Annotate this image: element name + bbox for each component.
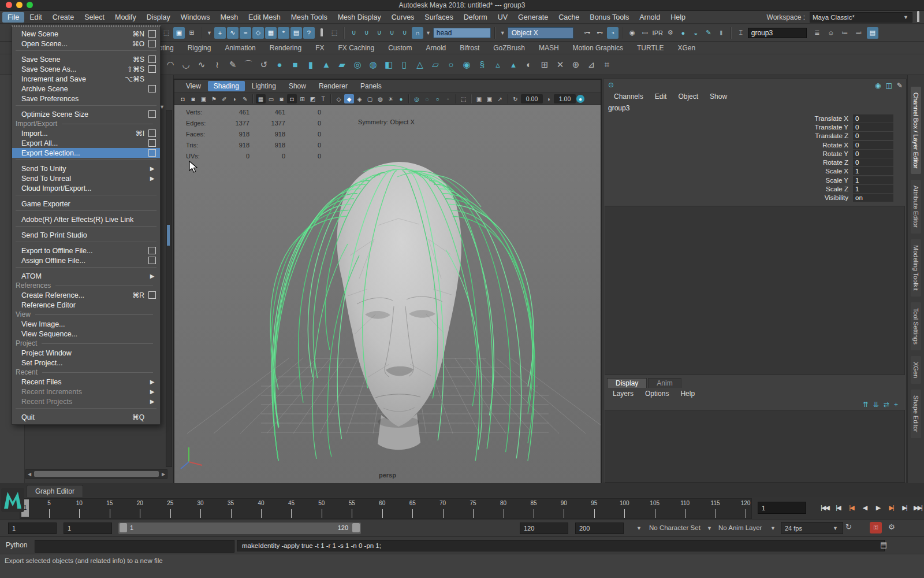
make-live-icon[interactable]: ∩ — [412, 27, 423, 39]
hypershade-icon[interactable]: ● — [677, 27, 689, 39]
attribute-label[interactable]: Rotate Y — [822, 150, 848, 157]
curve-circle-icon[interactable]: ◠ — [163, 57, 178, 72]
step-forward-key-button[interactable]: ▶| — [885, 501, 897, 514]
file-menu-item[interactable]: Recent Files ▶ — [12, 377, 160, 387]
viewport-menu-item[interactable]: Lighting — [246, 81, 282, 91]
menu-bar-item[interactable]: Mesh Tools — [286, 12, 333, 23]
gamma-field[interactable]: 1.00 — [554, 94, 576, 103]
file-menu-item[interactable]: ▶ — [12, 242, 160, 246]
divider[interactable] — [455, 94, 456, 103]
empty-layer-icon[interactable]: ⇄ — [884, 401, 889, 409]
nurbs-torus-icon[interactable]: ◎ — [350, 57, 365, 72]
paint-effects-icon[interactable]: ✎ — [703, 27, 714, 39]
menu-bar-item[interactable]: Mesh — [215, 12, 244, 23]
shelf-tab[interactable]: Rigging — [182, 43, 217, 53]
dock-tab[interactable]: Shape Editor — [911, 390, 921, 438]
file-menu-item[interactable]: Project Window ▶ — [12, 348, 160, 358]
poly-sphere-icon[interactable]: ◍ — [366, 57, 381, 72]
file-menu-item[interactable]: ▶ — [12, 210, 160, 214]
render-current-frame-icon[interactable]: ▭ — [639, 27, 651, 39]
render-settings-icon[interactable]: ⚙ — [665, 27, 676, 39]
new-layer-icon[interactable]: + — [894, 401, 898, 409]
graph-editor-tab[interactable]: Graph Editor — [27, 485, 83, 497]
poly-torus-icon[interactable]: ○ — [444, 57, 459, 72]
file-menu-item[interactable]: Create Reference... ⌘R ▶ — [12, 290, 160, 300]
file-menu-item[interactable]: Send To Print Studio ▶ — [12, 230, 160, 240]
menu-bar-item[interactable]: Deform — [459, 12, 493, 23]
divider[interactable] — [330, 94, 331, 103]
poly-pyramid-icon[interactable]: ▴ — [506, 57, 521, 72]
divider[interactable] — [507, 94, 508, 103]
file-menu-item[interactable]: Cloud Import/Export... ▶ — [12, 183, 160, 193]
scroll-left-icon[interactable]: ◀ — [26, 472, 33, 477]
menu-bar-item[interactable]: Surfaces — [419, 12, 458, 23]
snap-projected-center-icon[interactable]: ∪ — [386, 27, 398, 39]
file-menu-item[interactable]: ▶ — [12, 226, 160, 230]
animation-start-field[interactable]: 1 — [64, 523, 112, 534]
auto-keyframe-button[interactable]: ⚿ — [870, 522, 882, 533]
option-box[interactable] — [148, 291, 156, 299]
shelf-tab[interactable]: FX — [310, 43, 330, 53]
attribute-label[interactable]: Visibility — [825, 194, 848, 201]
bridge-icon[interactable]: ⌗ — [599, 57, 614, 72]
attribute-label[interactable]: Translate Y — [815, 124, 848, 131]
file-menu-item[interactable]: References ▶ — [12, 281, 160, 290]
bookmark-icon[interactable]: ⚑ — [209, 94, 219, 103]
attribute-value-field[interactable]: 0 — [853, 141, 893, 149]
menu-bar-item[interactable]: UV — [493, 12, 513, 23]
flat-shade-icon[interactable]: ◈ — [355, 94, 364, 103]
step-back-key-button[interactable]: |◀ — [845, 501, 857, 514]
pause-icon[interactable]: ‖ — [716, 27, 727, 39]
wireframe-icon[interactable]: ◇ — [334, 94, 344, 103]
file-menu-item[interactable]: ▶ — [12, 160, 160, 164]
resolution-gate-icon[interactable]: ◙ — [277, 94, 286, 103]
horizontal-scrollbar[interactable]: ◀ ▶ — [25, 469, 167, 479]
paste-view-icon[interactable]: ▣ — [485, 94, 494, 103]
shelf-tab[interactable]: Animation — [219, 43, 261, 53]
viewport-menu-item[interactable]: Renderer — [313, 81, 353, 91]
file-menu-item[interactable]: Send To Unreal ▶ — [12, 173, 160, 183]
shelf-tab[interactable]: MASH — [533, 43, 565, 53]
safe-action-icon[interactable]: ◩ — [308, 94, 318, 103]
attribute-label[interactable]: Rotate X — [822, 142, 848, 149]
dock-tab[interactable]: Attribute Editor — [911, 180, 921, 234]
range-end-handle[interactable] — [352, 523, 360, 532]
lattice-icon[interactable]: ◇ — [252, 27, 264, 39]
chevron-down-icon[interactable]: ▼ — [426, 30, 431, 36]
dock-tab[interactable]: Channel Box / Layer Editor — [911, 87, 921, 174]
sidebar-layers-icon[interactable]: ▤ — [867, 27, 878, 39]
layer-editor-menu-item[interactable]: Help — [676, 389, 699, 398]
shelf-tab[interactable]: Arnold — [420, 43, 452, 53]
render-setup-icon[interactable]: ◒ — [690, 27, 702, 39]
menu-bar-item[interactable]: Display — [141, 12, 176, 23]
viewport2-icon[interactable]: ● — [576, 95, 584, 103]
file-menu-item[interactable]: ▶ — [12, 408, 160, 412]
option-box[interactable] — [148, 85, 156, 92]
menu-bar-item[interactable]: Edit Mesh — [243, 12, 286, 23]
textured-icon[interactable]: ◍ — [375, 94, 385, 103]
menu-bar-item[interactable]: Edit — [24, 12, 47, 23]
file-menu-item[interactable]: Quit ⌘Q ▶ — [12, 412, 160, 422]
layer-editor-menu-item[interactable]: Options — [640, 389, 673, 398]
shelf-tab[interactable]: Rendering — [264, 43, 307, 53]
shelf-tab[interactable]: Motion Graphics — [567, 43, 629, 53]
step-forward-frame-button[interactable]: ▶| — [899, 501, 910, 514]
menu-bar-item[interactable]: Select — [79, 12, 110, 23]
channel-box-menu-item[interactable]: Channels — [609, 92, 648, 101]
option-box[interactable] — [148, 247, 156, 254]
exposure-icon[interactable]: ↻ — [511, 94, 520, 103]
attribute-label[interactable]: Scale Y — [826, 177, 848, 184]
file-menu-item[interactable]: Reference Editor ▶ — [12, 300, 160, 310]
camera-select-icon[interactable]: ◘ — [178, 94, 188, 103]
file-menu-item[interactable]: Export Selection... ▶ — [12, 148, 160, 158]
time-slider[interactable]: 1 51015202530354045505560657075808590951… — [0, 497, 924, 519]
target-weld-icon[interactable]: ⊕ — [568, 57, 583, 72]
file-menu-item[interactable]: Export All... ▶ — [12, 138, 160, 148]
attribute-label[interactable]: Translate X — [815, 115, 848, 122]
bevel-icon[interactable]: ⊿ — [584, 57, 599, 72]
divider[interactable] — [408, 94, 409, 103]
shelf-tab[interactable]: Bifrost — [454, 43, 485, 53]
edit-graph-icon[interactable]: ✎ — [897, 81, 903, 90]
playback-start-field[interactable]: 1 — [8, 523, 57, 534]
chevron-down-icon[interactable]: ▼ — [636, 525, 642, 531]
